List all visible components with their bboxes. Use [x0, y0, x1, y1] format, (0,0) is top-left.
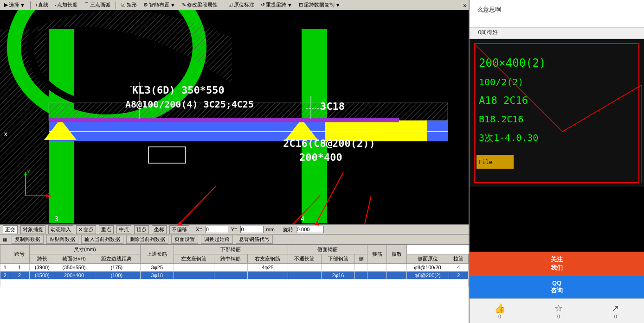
star-btn[interactable]: ☆ 0 [554, 303, 563, 319]
svg-text:B18.2C16: B18.2C16 [479, 114, 523, 125]
cell-span[interactable]: 2 [10, 272, 29, 279]
swap-start-btn[interactable]: 调换起始跨 [201, 235, 233, 244]
rotate-input[interactable] [296, 226, 324, 233]
cell-row-num[interactable]: 1 [0, 264, 10, 272]
cell-pull[interactable] [387, 272, 406, 279]
cell-edge-dist[interactable]: (175) [93, 264, 140, 272]
status-bar: 正交 对象捕捉 动态输入 ✕ 交点 重点 中点 顶点 坐标 不偏移 X= Y= … [0, 224, 469, 234]
cell-span-len[interactable]: (3900) [29, 264, 55, 272]
cell-side[interactable] [355, 264, 367, 272]
coord-snap[interactable]: 坐标 [152, 225, 167, 234]
edit-beam-tool[interactable]: ✎ 修改梁段属性 [180, 0, 220, 9]
cell-span[interactable]: 1 [10, 264, 29, 272]
endpoint-snap[interactable]: 重点 [99, 225, 114, 234]
cell-right-support[interactable]: 4φ25 [247, 264, 288, 272]
qq-consult-btn[interactable]: QQ 咨询 [470, 276, 644, 298]
cad-canvas-area[interactable]: KL3(6D) 350*550 A8@100/200(4) 3C25;4C25 … [0, 10, 469, 224]
vertex-snap[interactable]: 顶点 [134, 225, 149, 234]
th-dimensions: 尺寸(mm) [29, 245, 140, 254]
cell-stirrup[interactable]: φ8@200(2) [406, 272, 449, 279]
cell-pull[interactable] [387, 264, 406, 272]
bottom-toolbar: ▦ 复制跨数据 粘贴跨数据 输入当前列数据 删除当前列数据 页面设置 调换起始跨… [0, 234, 469, 245]
cell-top-rebar[interactable]: 3φ18 [140, 272, 174, 279]
re-extract-tool[interactable]: ↺ 重提梁跨 ▼ [258, 0, 295, 9]
like-btn[interactable]: 👍 0 [494, 303, 506, 319]
cell-section[interactable]: (350×550) [55, 264, 93, 272]
right-cad-svg: 200×400(2) 100/2(2) A18 2C16 B18.2C16 3次… [470, 39, 644, 187]
cell-top-rebar[interactable]: 3φ25 [140, 264, 174, 272]
cad-drawing: KL3(6D) 350*550 A8@100/200(4) 3C25;4C25 … [0, 10, 469, 224]
grid-icon[interactable]: ▦ [3, 237, 7, 242]
intersect-snap[interactable]: ✕ 交点 [76, 225, 96, 234]
page-setup-btn[interactable]: 页面设置 [171, 235, 198, 244]
y-input[interactable] [240, 226, 264, 233]
svg-text:3次1-4.0.30: 3次1-4.0.30 [479, 132, 538, 143]
cell-section[interactable]: 200×400 [55, 272, 93, 279]
share-btn[interactable]: ↗ 0 [612, 303, 619, 319]
th-span: 跨号 [10, 245, 29, 264]
th-stirrup: 箍筋 [367, 245, 387, 264]
cell-thru-long[interactable] [288, 272, 321, 279]
cell-arm[interactable]: 2 [449, 272, 468, 279]
svg-rect-14 [49, 118, 302, 122]
table-row: 1 1 (3900) (350×550) (175) 3φ25 4φ25 φ8@… [0, 264, 469, 272]
midpoint-snap[interactable]: 中点 [116, 225, 131, 234]
point-tool[interactable]: · 点加长度 [52, 0, 80, 9]
cell-row-num[interactable]: 2 [0, 272, 10, 279]
copy-span-btn[interactable]: 复制跨数据 [12, 235, 44, 244]
star-icon: ☆ [554, 303, 563, 314]
ortho-toggle[interactable]: 正交 [3, 225, 18, 234]
toolbar-expand[interactable]: » [463, 1, 467, 9]
table-row [0, 279, 469, 287]
cell-bottom-bar[interactable]: 2φ16 [322, 272, 355, 279]
no-offset[interactable]: 不偏移 [169, 225, 189, 234]
data-grid-area[interactable]: 跨号 尺寸(mm) 上通长筋 下部钢筋 侧面钢筋 箍筋 肢数 跨长 截面(B×H… [0, 245, 469, 323]
sep2 [116, 1, 116, 9]
select-tool[interactable]: ▶ 选择 ▼ [2, 0, 27, 9]
cell-span-len[interactable]: (1500) [29, 272, 55, 279]
svg-text:200*400: 200*400 [299, 152, 342, 163]
copy-span-tool[interactable]: ⊞ 梁跨数据复制 ▼ [296, 0, 343, 9]
smart-place-tool[interactable]: ⚙ 智能布置 ▼ [141, 0, 178, 9]
cell-mid-rebar[interactable] [214, 272, 247, 279]
snap-toggle[interactable]: 对象捕捉 [20, 225, 45, 234]
answer-count-text: 0间得好 [478, 29, 498, 36]
input-col-btn[interactable]: 输入当前列数据 [81, 235, 123, 244]
paste-span-btn[interactable]: 粘贴跨数据 [46, 235, 78, 244]
cell-left-support[interactable] [174, 272, 214, 279]
th-left-support: 左支座钢筋 [174, 254, 214, 264]
cell-left-support[interactable] [174, 264, 214, 272]
x-label: X= [196, 227, 202, 232]
delete-col-btn[interactable]: 删除当前列数据 [126, 235, 168, 244]
rect-tool[interactable]: ☑ 矩形 [119, 0, 139, 9]
x-input[interactable] [205, 226, 228, 233]
cell-bottom-bar[interactable] [322, 264, 355, 272]
th-side-orig: 侧面原位 [406, 254, 449, 264]
arc-tool[interactable]: ⌒ 三点画弧 [82, 0, 113, 9]
svg-rect-15 [302, 118, 399, 122]
cell-arm[interactable]: 4 [449, 264, 468, 272]
svg-text:File: File [479, 159, 492, 165]
cell-stirrup[interactable]: φ8@100/20 [406, 264, 449, 272]
th-pull: 拉筋 [449, 254, 468, 264]
svg-text:2C16(C8@200(2)): 2C16(C8@200(2)) [283, 138, 375, 149]
answer-count: | 0间得好 [470, 28, 644, 39]
cell-side-orig[interactable] [367, 264, 387, 272]
cantilever-code-btn[interactable]: 悬臂钢筋代号 [236, 235, 273, 244]
cell-side[interactable] [355, 272, 367, 279]
th-span-len: 跨长 [29, 254, 55, 264]
cell-mid-rebar[interactable] [214, 264, 247, 272]
dynamic-input-toggle[interactable]: 动态输入 [48, 225, 73, 234]
table-row: 2 2 (1500) 200×400 (100) 3φ18 2φ16 φ8@20… [0, 272, 469, 279]
contact-us-btn[interactable]: 关注 我们 [470, 252, 644, 276]
cell-edge-dist[interactable]: (100) [93, 272, 140, 279]
cell-thru-long[interactable] [288, 264, 321, 272]
svg-rect-3 [0, 29, 46, 223]
th-right-support: 右支座钢筋 [247, 254, 288, 264]
cell-side-orig[interactable] [367, 272, 387, 279]
cell-right-support[interactable] [247, 272, 288, 279]
line-tool[interactable]: / 直线 [33, 0, 51, 9]
top-toolbar: ▶ 选择 ▼ / 直线 · 点加长度 ⌒ 三点画弧 ☑ 矩形 ⚙ 智能布置 ▼ … [0, 0, 469, 10]
th-bottom-rebar-group: 下部钢筋 [174, 245, 288, 254]
orig-label-tool[interactable]: ☑ 原位标注 [226, 0, 257, 9]
